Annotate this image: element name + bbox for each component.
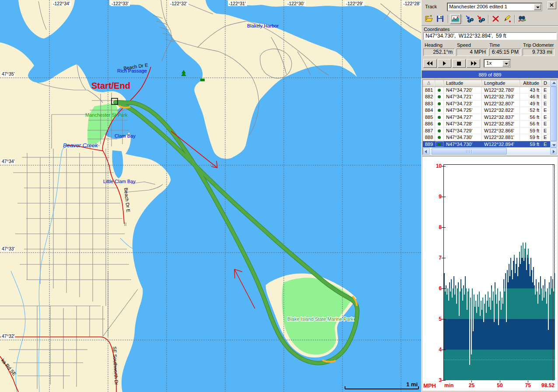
label-beaver-creek: Beaver Creek bbox=[63, 142, 98, 149]
stop-button[interactable] bbox=[452, 59, 466, 68]
svg-text:47°33': 47°33' bbox=[2, 246, 15, 251]
close-button[interactable] bbox=[548, 1, 556, 9]
trip-odometer-label: Trip Odometer bbox=[523, 42, 554, 48]
gps-application-window: Blakely Harbor Rich Passage Start/End Ma… bbox=[0, 0, 558, 392]
speed-label: Speed bbox=[457, 42, 471, 48]
chart-y-tick-label: 4 bbox=[431, 347, 442, 353]
track-select[interactable]: Manchester 2006 edited 1 bbox=[447, 3, 542, 11]
column-latitude[interactable]: Latitude bbox=[444, 80, 482, 87]
track-select-arrow[interactable] bbox=[534, 4, 541, 10]
close-icon bbox=[550, 3, 553, 7]
map-canvas[interactable]: Blakely Harbor Rich Passage Start/End Ma… bbox=[0, 0, 421, 392]
chart-x-tick-label: 25 bbox=[466, 382, 477, 389]
column-altitude[interactable]: Altitude bbox=[520, 80, 542, 87]
chart-y-unit: MPH bbox=[423, 382, 436, 389]
svg-text:-122°31': -122°31' bbox=[229, 1, 246, 6]
playback-rate-select[interactable]: 1x bbox=[484, 59, 511, 68]
table-row[interactable]: 881N47°34.720'W122°32.780'43 ftE bbox=[423, 87, 550, 94]
delete-button[interactable] bbox=[491, 14, 502, 24]
label-start-end: Start/End bbox=[91, 81, 130, 90]
trackpoint-icon bbox=[438, 95, 441, 98]
speed-chart: MPH min 98.52 109876543255075 bbox=[422, 156, 558, 391]
heading-value: 252.1°m bbox=[423, 49, 455, 56]
table-row[interactable]: 889N47°34.730'W122°32.894'59 ftE bbox=[423, 141, 550, 148]
label-clam-bay: Clam Bay bbox=[115, 133, 136, 139]
chart-y-tick-label: 5 bbox=[431, 316, 442, 322]
table-row[interactable]: 887N47°34.729'W122°32.866'59 ftE bbox=[423, 128, 550, 134]
chart-plot-area bbox=[443, 164, 555, 380]
chart-y-tick-label: 7 bbox=[431, 255, 442, 261]
chart-x-tick-label: 50 bbox=[495, 382, 505, 389]
chart-y-tick-label: 6 bbox=[431, 285, 442, 291]
playback-rate-arrow[interactable] bbox=[502, 60, 509, 66]
table-row[interactable]: 884N47°34.725'W122°32.822'52 ftE bbox=[423, 107, 550, 114]
heading-label: Heading bbox=[425, 42, 443, 48]
chart-cursor-line bbox=[553, 165, 553, 381]
label-blake-island: Blake Island State Marine Park bbox=[287, 316, 354, 322]
table-row[interactable]: 885N47°34.727'W122°32.837'56 ftE bbox=[423, 114, 550, 121]
table-horizontal-scrollbar[interactable] bbox=[423, 148, 557, 155]
time-label: Time bbox=[489, 42, 500, 48]
track-progress-bar[interactable]: 889 of 889 bbox=[422, 70, 558, 78]
toolbar bbox=[422, 14, 558, 25]
label-little-clam-bay: Little Clam Bay bbox=[103, 179, 136, 184]
column-icon[interactable] bbox=[435, 80, 444, 87]
svg-text:-122°29': -122°29' bbox=[346, 1, 363, 6]
trackpoint-icon bbox=[438, 116, 441, 119]
table-row[interactable]: 883N47°34.723'W122°32.807'49 ftE bbox=[423, 101, 550, 107]
chart-min-line bbox=[444, 360, 555, 360]
svg-text:-122°34': -122°34' bbox=[53, 1, 70, 6]
track-points-table: Δ Latitude Longitude Altitude D 881N47°3… bbox=[422, 80, 558, 155]
save-button[interactable] bbox=[435, 14, 446, 24]
table-row[interactable]: 888N47°34.730'W122°32.881'59 ftE bbox=[423, 134, 550, 141]
go-end-button[interactable] bbox=[476, 14, 487, 24]
column-d[interactable]: D bbox=[542, 80, 550, 87]
edit-button[interactable] bbox=[502, 14, 513, 24]
chart-y-tick-label: 3 bbox=[431, 377, 442, 383]
chart-y-tick-label: 10 bbox=[431, 163, 442, 169]
chart-x-end: 98.52 bbox=[537, 382, 555, 389]
trackpoint-icon bbox=[438, 102, 441, 105]
go-start-button[interactable] bbox=[464, 14, 475, 24]
svg-text:47°35': 47°35' bbox=[2, 71, 15, 76]
trackpoint-icon bbox=[438, 143, 441, 146]
fast-forward-button[interactable] bbox=[467, 59, 480, 68]
trackpoint-icon bbox=[438, 89, 441, 92]
coordinates-label: Coordinates bbox=[424, 27, 450, 32]
chart-toggle-button[interactable] bbox=[450, 14, 461, 24]
column-index[interactable]: Δ bbox=[423, 80, 435, 87]
svg-text:-122°32': -122°32' bbox=[170, 1, 187, 6]
svg-text:47°34': 47°34' bbox=[2, 159, 15, 164]
rewind-button[interactable] bbox=[423, 59, 437, 68]
time-value: 6:45:15 PM bbox=[489, 49, 521, 56]
speed-value: 4 MPH bbox=[457, 49, 488, 56]
trackpoint-icon bbox=[438, 136, 441, 139]
scale-label: 1 mi bbox=[406, 381, 418, 388]
trackpoint-icon bbox=[438, 129, 441, 132]
column-longitude[interactable]: Longitude bbox=[482, 80, 520, 87]
table-row[interactable]: 882N47°34.721'W122°32.793'46 ftE bbox=[423, 94, 550, 100]
svg-text:-122°30': -122°30' bbox=[287, 1, 304, 6]
table-row[interactable]: 886N47°34.728'W122°32.852'56 ftE bbox=[423, 121, 550, 127]
campground-icon bbox=[200, 79, 205, 81]
play-button[interactable] bbox=[438, 59, 451, 68]
svg-text:-122°28': -122°28' bbox=[403, 1, 420, 6]
chart-y-tick-label: 9 bbox=[431, 194, 442, 200]
svg-text:47°32': 47°32' bbox=[2, 333, 15, 339]
chart-x-unit: min bbox=[444, 382, 453, 389]
trackpoint-icon bbox=[438, 109, 441, 112]
label-blakely-harbor: Blakely Harbor bbox=[247, 23, 279, 28]
trackpoint-icon bbox=[438, 122, 441, 125]
chart-x-tick-label: 75 bbox=[523, 382, 533, 389]
coordinates-value: N47°34.730', W122°32.894', 59 ft bbox=[423, 32, 557, 40]
table-header: Δ Latitude Longitude Altitude D bbox=[423, 80, 550, 87]
track-label: Track bbox=[425, 4, 437, 9]
table-vertical-scrollbar[interactable] bbox=[550, 80, 557, 148]
chart-y-tick-label: 8 bbox=[431, 224, 442, 230]
open-button[interactable] bbox=[424, 14, 435, 24]
control-panel: Track Manchester 2006 edited 1 bbox=[421, 0, 558, 392]
find-button[interactable] bbox=[517, 14, 528, 24]
svg-text:-122°33': -122°33' bbox=[112, 1, 129, 6]
trip-odometer-value: 9.733 mi bbox=[523, 49, 555, 56]
label-manchester-park: Manchester St Park bbox=[85, 112, 128, 118]
